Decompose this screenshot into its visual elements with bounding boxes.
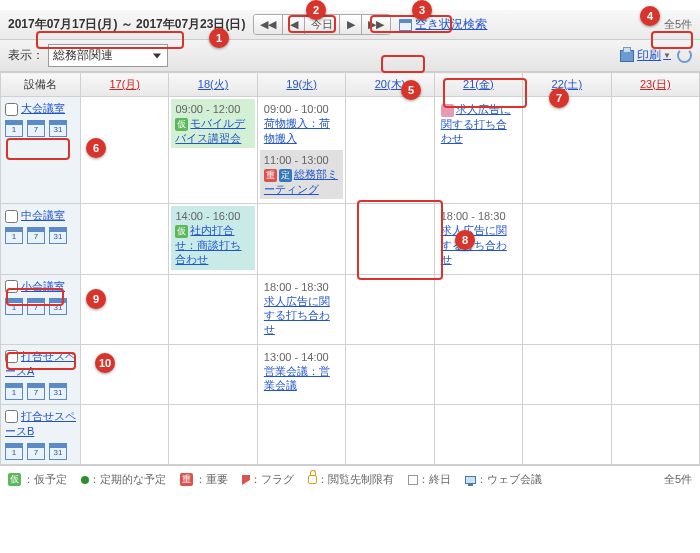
event-badge: 定 <box>279 169 292 182</box>
day-cell[interactable] <box>346 274 434 344</box>
day-cell[interactable] <box>81 404 169 464</box>
facility-link[interactable]: 大会議室 <box>21 102 65 114</box>
day-cell[interactable] <box>523 204 611 274</box>
day-cell[interactable]: 求人広告に関する打ち合わせ <box>434 97 522 204</box>
calendar-view-icon[interactable]: 31 <box>49 298 67 315</box>
facility-checkbox[interactable] <box>5 210 18 223</box>
day-cell[interactable] <box>169 274 257 344</box>
col-tue[interactable]: 18(火) <box>169 73 257 97</box>
event[interactable]: 09:00 - 10:00荷物搬入：荷物搬入 <box>260 99 343 148</box>
day-cell[interactable] <box>611 344 699 404</box>
facility-link[interactable]: 小会議室 <box>21 280 65 292</box>
day-cell[interactable] <box>434 274 522 344</box>
day-cell[interactable] <box>523 274 611 344</box>
nav-next-fast[interactable]: ▶▶ <box>362 15 390 34</box>
event[interactable]: 18:00 - 18:30求人広告に関する打ち合わせ <box>437 206 520 269</box>
print-button[interactable]: 印刷 ▼ <box>620 47 671 64</box>
calendar-view-icon[interactable]: 1 <box>5 443 23 460</box>
badge-important-icon: 重 <box>180 473 193 486</box>
calendar-view-icon[interactable]: 7 <box>27 120 45 137</box>
event-title[interactable]: 荷物搬入：荷物搬入 <box>264 117 330 143</box>
facility-checkbox[interactable] <box>5 410 18 423</box>
event[interactable]: 13:00 - 14:00営業会議：営業会議 <box>260 347 343 396</box>
calendar-view-icon[interactable]: 1 <box>5 227 23 244</box>
day-cell[interactable]: 18:00 - 18:30求人広告に関する打ち合わせ <box>434 204 522 274</box>
event[interactable]: 09:00 - 12:00仮モバイルデバイス講習会 <box>171 99 254 148</box>
day-cell[interactable] <box>434 344 522 404</box>
calendar-view-icon[interactable]: 31 <box>49 383 67 400</box>
col-facility: 設備名 <box>1 73 81 97</box>
calendar-view-icon[interactable]: 31 <box>49 443 67 460</box>
calendar-icon <box>399 19 412 31</box>
col-wed[interactable]: 19(水) <box>257 73 345 97</box>
facility-checkbox[interactable] <box>5 103 18 116</box>
day-cell[interactable]: 18:00 - 18:30求人広告に関する打ち合わせ <box>257 274 345 344</box>
day-cell[interactable] <box>611 204 699 274</box>
callout-9: 9 <box>86 289 106 309</box>
day-cell[interactable] <box>257 404 345 464</box>
facility-checkbox[interactable] <box>5 350 18 363</box>
day-cell[interactable] <box>523 344 611 404</box>
day-cell[interactable] <box>257 204 345 274</box>
calendar-view-icon[interactable]: 7 <box>27 227 45 244</box>
day-cell[interactable] <box>434 404 522 464</box>
event[interactable]: 18:00 - 18:30求人広告に関する打ち合わせ <box>260 277 343 340</box>
badge-tentative-icon: 仮 <box>8 473 21 486</box>
day-cell[interactable] <box>611 274 699 344</box>
day-cell[interactable]: 09:00 - 12:00仮モバイルデバイス講習会 <box>169 97 257 204</box>
availability-search-link[interactable]: 空き状況検索 <box>399 16 487 33</box>
col-sun[interactable]: 23(日) <box>611 73 699 97</box>
day-cell[interactable] <box>346 344 434 404</box>
day-cell[interactable] <box>346 204 434 274</box>
day-cell[interactable] <box>346 404 434 464</box>
day-cell[interactable] <box>523 404 611 464</box>
calendar-view-icon[interactable]: 31 <box>49 120 67 137</box>
nav-prev-fast[interactable]: ◀◀ <box>254 15 283 34</box>
table-row: 小会議室173118:00 - 18:30求人広告に関する打ち合わせ <box>1 274 700 344</box>
day-cell[interactable] <box>346 97 434 204</box>
calendar-view-icon[interactable]: 1 <box>5 120 23 137</box>
day-cell[interactable] <box>523 97 611 204</box>
event-body: 重定総務部ミーティング <box>264 167 339 196</box>
event-title[interactable]: 求人広告に関する打ち合わせ <box>264 295 330 336</box>
calendar-view-icon[interactable]: 7 <box>27 383 45 400</box>
event[interactable]: 14:00 - 16:00仮社内打合せ：商談打ち合わせ <box>171 206 254 269</box>
day-cell[interactable] <box>81 274 169 344</box>
calendar-view-icon[interactable]: 7 <box>27 443 45 460</box>
calendar-view-icon[interactable]: 1 <box>5 298 23 315</box>
day-cell[interactable] <box>169 404 257 464</box>
day-cell[interactable] <box>81 344 169 404</box>
print-label: 印刷 <box>637 47 661 64</box>
day-cell[interactable] <box>169 344 257 404</box>
col-thu[interactable]: 20(木) <box>346 73 434 97</box>
event-title[interactable]: 営業会議：営業会議 <box>264 365 330 391</box>
facility-link[interactable]: 中会議室 <box>21 209 65 221</box>
facility-cell: 小会議室1731 <box>1 274 81 344</box>
nav-prev[interactable]: ◀ <box>283 15 305 34</box>
day-cell[interactable] <box>611 404 699 464</box>
facility-cell: 打合せスペースB1731 <box>1 404 81 464</box>
day-cell[interactable]: 09:00 - 10:00荷物搬入：荷物搬入11:00 - 13:00重定総務部… <box>257 97 345 204</box>
filter-select[interactable]: 総務部関連 <box>48 44 168 67</box>
event-body: 荷物搬入：荷物搬入 <box>264 116 339 145</box>
day-cell[interactable]: 13:00 - 14:00営業会議：営業会議 <box>257 344 345 404</box>
printer-icon <box>620 50 634 62</box>
table-row: 打合せスペースB1731 <box>1 404 700 464</box>
refresh-icon[interactable] <box>677 48 692 63</box>
facility-checkbox[interactable] <box>5 280 18 293</box>
event[interactable]: 11:00 - 13:00重定総務部ミーティング <box>260 150 343 199</box>
day-cell[interactable]: 14:00 - 16:00仮社内打合せ：商談打ち合わせ <box>169 204 257 274</box>
day-cell[interactable] <box>81 204 169 274</box>
event[interactable]: 求人広告に関する打ち合わせ <box>437 99 520 148</box>
col-mon[interactable]: 17(月) <box>81 73 169 97</box>
nav-next[interactable]: ▶ <box>340 15 362 34</box>
col-fri[interactable]: 21(金) <box>434 73 522 97</box>
calendar-view-icon[interactable]: 7 <box>27 298 45 315</box>
legend-web: ：ウェブ会議 <box>476 473 542 485</box>
legend-recurring: ：定期的な予定 <box>89 473 166 485</box>
day-cell[interactable] <box>611 97 699 204</box>
event-body: 求人広告に関する打ち合わせ <box>441 102 516 145</box>
allday-icon <box>408 475 418 485</box>
calendar-view-icon[interactable]: 1 <box>5 383 23 400</box>
calendar-view-icon[interactable]: 31 <box>49 227 67 244</box>
